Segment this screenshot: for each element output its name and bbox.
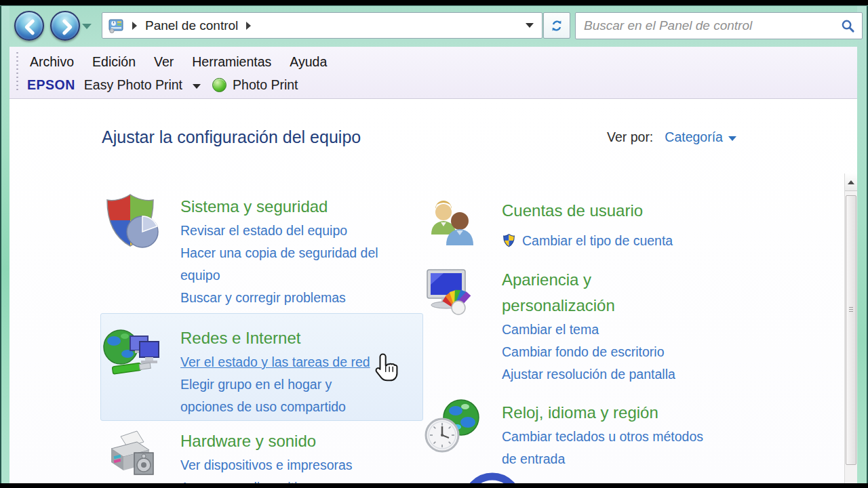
photo-print-button[interactable]: Photo Print [233,77,298,93]
aero-border-left [0,6,9,483]
network-internet-icon[interactable] [102,323,161,382]
forward-button[interactable] [50,11,80,41]
category-hardware-sound: Hardware y sonido Ver dispositivos e imp… [102,426,420,484]
category-link[interactable]: Buscar y corregir problemas [180,287,420,309]
breadcrumb-arrow-icon[interactable] [246,22,251,30]
category-clock-language: Reloj, idioma y región Cambiar teclados … [423,397,742,470]
menu-archivo[interactable]: Archivo [30,54,74,70]
easy-photo-print-button[interactable]: Easy Photo Print [84,77,182,93]
category-title[interactable]: Reloj, idioma y región [502,400,742,426]
category-title[interactable]: Hardware y sonido [180,428,420,454]
menu-bar: Archivo Edición Ver Herramientas Ayuda [30,54,327,70]
scroll-up-button[interactable] [845,174,857,191]
arrow-right-icon [56,17,77,37]
category-title[interactable]: Redes e Internet [180,325,420,351]
explorer-window-frame: Panel de control Archivo Edición Ver Her… [0,5,868,483]
view-by-control: Ver por: Categoría [607,129,736,145]
category-link[interactable]: Ver dispositivos e impresoras [180,454,420,476]
ease-of-access-icon[interactable] [423,474,483,484]
menu-ver[interactable]: Ver [154,54,174,70]
clock-language-icon[interactable] [423,397,483,457]
appearance-icon[interactable] [423,264,483,324]
category-link[interactable]: Elegir grupo en el hogar y opciones de u… [180,373,420,418]
view-by-dropdown-icon[interactable] [728,136,736,141]
menu-herramientas[interactable]: Herramientas [192,54,271,70]
uac-shield-icon [502,233,516,247]
arrow-left-icon [20,17,41,37]
control-panel-home: Ajustar la configuración del equipo Ver … [9,99,857,484]
toolbar-dropdown-icon[interactable] [193,84,201,89]
view-by-label: Ver por: [607,129,653,145]
breadcrumb-root[interactable]: Panel de control [145,18,238,33]
menu-edicion[interactable]: Edición [92,54,136,70]
category-link[interactable]: Cambiar el tipo de cuenta [522,230,673,252]
control-panel-window: Archivo Edición Ver Herramientas Ayuda E… [9,47,857,484]
photo-print-icon [212,78,226,92]
user-accounts-icon[interactable] [423,195,483,255]
category-title[interactable]: Cuentas de usuario [502,198,742,224]
category-system-security: Sistema y seguridad Revisar el estado de… [102,191,420,309]
back-button[interactable] [14,11,44,41]
scrollbar-grip-icon [849,307,853,313]
address-dropdown-icon[interactable] [526,23,534,28]
address-bar[interactable]: Panel de control [102,12,542,39]
view-by-value[interactable]: Categoría [665,129,723,145]
page-title: Ajustar la configuración del equipo [102,127,361,147]
search-input[interactable] [583,18,841,34]
category-link[interactable]: Cambiar teclados u otros métodos de entr… [502,426,742,470]
system-security-icon[interactable] [102,191,161,251]
category-link[interactable]: Ajustar resolución de pantalla [502,363,742,386]
epson-toolbar: EPSON Easy Photo Print Photo Print [27,77,298,93]
search-icon [841,19,855,33]
hardware-sound-icon[interactable] [102,426,161,484]
menu-ayuda[interactable]: Ayuda [290,54,327,70]
category-link[interactable]: Hacer una copia de seguridad del equipo [180,242,420,287]
category-user-accounts: Cuentas de usuario Camb [423,195,742,255]
control-panel-icon [108,18,124,34]
category-link[interactable]: Revisar el estado del equipo [180,220,420,242]
vertical-scrollbar[interactable] [844,174,857,484]
aero-border-right [857,6,868,483]
menu-toolbar-band: Archivo Edición Ver Herramientas Ayuda E… [9,47,857,99]
recent-pages-chevron-icon[interactable] [82,24,92,29]
category-ease-of-access: Accesibilidad [423,474,742,484]
scrollbar-thumb[interactable] [846,195,856,465]
letterbox-top [0,0,868,5]
category-network-internet: Redes e Internet Ver el estado y las tar… [102,323,420,418]
category-link-hovered[interactable]: Ver el estado y las tareas de red [180,351,420,373]
category-link[interactable]: Cambiar fondo de escritorio [502,341,742,363]
category-title[interactable]: Apariencia y personalización [502,267,742,319]
search-box[interactable] [575,12,863,39]
breadcrumb-arrow-icon[interactable] [132,22,137,30]
refresh-icon [549,18,564,33]
category-appearance: Apariencia y personalización Cambiar el … [423,264,742,386]
category-title[interactable]: Sistema y seguridad [180,194,420,220]
epson-logo[interactable]: EPSON [27,77,75,93]
category-link[interactable]: Cambiar el tema [502,319,742,341]
scroll-up-icon [848,180,854,184]
refresh-button[interactable] [543,12,570,39]
toolbar-grip-handle[interactable] [16,51,19,93]
letterbox-bottom [0,483,868,488]
